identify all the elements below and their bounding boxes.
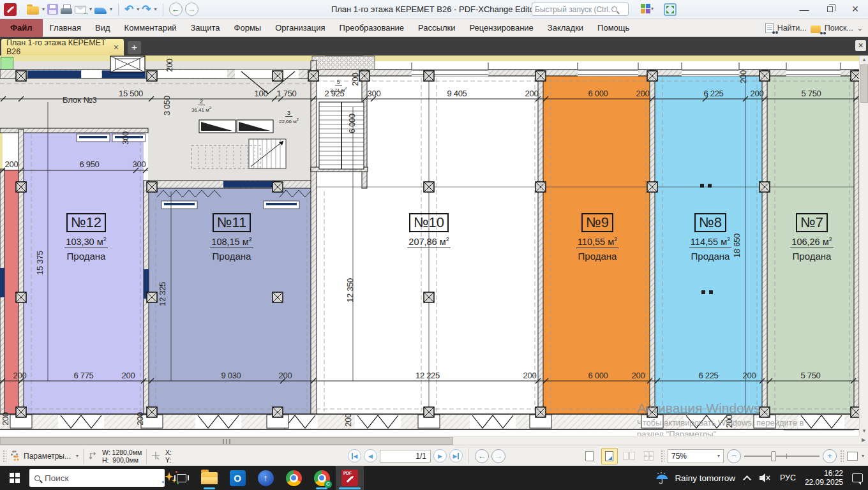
zoom-slider-thumb[interactable]: [771, 451, 776, 461]
print-icon[interactable]: [61, 4, 72, 14]
find-label[interactable]: Найти...: [777, 24, 807, 33]
menu-view[interactable]: Вид: [88, 19, 117, 37]
menu-bar: Файл Главная Вид Комментарий Защита Форм…: [0, 19, 868, 37]
two-page-view-icon[interactable]: [621, 448, 638, 464]
fullscreen-icon[interactable]: [664, 3, 677, 16]
language-indicator[interactable]: РУС: [780, 473, 796, 482]
restore-button[interactable]: [817, 0, 842, 18]
taskbar-pdf-xchange[interactable]: PDF: [336, 466, 364, 490]
menu-mailings[interactable]: Рассылки: [411, 19, 462, 37]
clock[interactable]: 16:22 22.09.2025: [805, 469, 843, 487]
unit-area: 110,55 м2: [576, 236, 618, 248]
email-dropdown-icon[interactable]: ▾: [89, 6, 92, 12]
taskbar-file-explorer[interactable]: [195, 466, 223, 490]
start-button[interactable]: [0, 466, 29, 490]
next-page-button[interactable]: ▶: [433, 449, 447, 463]
minimize-button[interactable]: —: [791, 0, 817, 18]
find-icon[interactable]: [765, 23, 774, 33]
zoom-in-button[interactable]: +: [823, 449, 837, 463]
chevron-down-icon[interactable]: ⌄: [857, 24, 863, 33]
tab-close-icon[interactable]: ×: [114, 42, 119, 52]
menu-help[interactable]: Помощь: [590, 19, 636, 37]
redo-dropdown-icon[interactable]: ▾: [154, 6, 157, 12]
menu-organize[interactable]: Организация: [268, 19, 332, 37]
scanner-dropdown-icon[interactable]: ▾: [110, 6, 112, 12]
task-view-button[interactable]: [167, 466, 195, 490]
first-page-button[interactable]: ◀: [348, 449, 361, 463]
page-size-icon: [88, 451, 98, 461]
search-docs-label[interactable]: Поиск...: [825, 24, 853, 33]
menu-forms[interactable]: Формы: [227, 19, 269, 37]
fit-page-icon[interactable]: [847, 452, 858, 461]
scroll-down-icon[interactable]: ▼: [860, 427, 868, 436]
dim-label: 5 750: [800, 371, 820, 380]
vertical-scroll-thumb[interactable]: [860, 64, 868, 103]
last-page-button[interactable]: ▶: [449, 449, 463, 463]
menu-review[interactable]: Рецензирование: [462, 19, 540, 37]
taskbar-chrome[interactable]: [280, 466, 308, 490]
redo-icon[interactable]: ↷: [142, 3, 151, 17]
menu-convert[interactable]: Преобразование: [333, 19, 412, 37]
horizontal-scroll-thumb[interactable]: [0, 437, 453, 445]
windows-activation-watermark: Активация Windows: [637, 401, 761, 416]
zoom-out-button[interactable]: −: [727, 449, 741, 463]
scroll-up-icon[interactable]: ▲: [860, 56, 868, 64]
single-page-view-icon[interactable]: [581, 448, 598, 464]
volume-muted-icon[interactable]: [759, 473, 771, 483]
document-tab[interactable]: План 1-го этажа КЕРЕМЕТ В26 ×: [1, 39, 124, 56]
horizontal-scrollbar[interactable]: [0, 436, 859, 445]
params-button[interactable]: Параметры...: [24, 452, 71, 461]
date: 22.09.2025: [805, 478, 843, 487]
scroll-right-icon[interactable]: ▶: [859, 436, 868, 445]
history-back-button[interactable]: ←: [475, 449, 489, 463]
ui-customize-icon[interactable]: [641, 4, 650, 13]
tray-chevron-icon[interactable]: [743, 475, 751, 484]
weather-widget[interactable]: Rainy tomorrow: [655, 471, 735, 485]
zoom-level-combo[interactable]: 75% ▾: [668, 449, 724, 463]
taskbar-search-input[interactable]: [45, 473, 158, 483]
zoom-dropdown-icon[interactable]: ▾: [717, 453, 720, 459]
ui-customize-dropdown-icon[interactable]: ▾: [651, 6, 654, 11]
search-docs-icon[interactable]: [811, 26, 821, 33]
document-page[interactable]: 15 500 100 1 750 2 925 300 9 405 200 6 0…: [0, 56, 859, 436]
quick-launch-search[interactable]: [532, 3, 629, 16]
menu-bookmarks[interactable]: Закладки: [541, 19, 590, 37]
dim-label: 200: [525, 89, 539, 98]
close-button[interactable]: ×: [842, 0, 868, 18]
undo-icon[interactable]: ↶: [124, 3, 133, 17]
history-forward-button[interactable]: →: [491, 449, 505, 463]
dim-label-vertical: 6 000: [347, 114, 357, 133]
previous-page-button[interactable]: ◀: [364, 449, 377, 463]
open-dropdown-icon[interactable]: ▾: [42, 6, 45, 12]
params-dropdown-icon[interactable]: ▾: [76, 453, 79, 459]
forward-icon[interactable]: →: [185, 3, 198, 16]
notification-center-icon[interactable]: [852, 473, 863, 482]
taskbar-outlook[interactable]: O: [223, 466, 251, 490]
continuous-view-icon[interactable]: [601, 448, 618, 464]
undo-dropdown-icon[interactable]: ▾: [137, 6, 139, 12]
menu-protect[interactable]: Защита: [183, 19, 227, 37]
block-label: Блок №3: [63, 95, 97, 105]
vertical-scrollbar[interactable]: ▲ ▼: [859, 56, 868, 436]
unit-area: 103,30 м2: [64, 236, 107, 248]
new-tab-button[interactable]: +: [128, 41, 141, 54]
ui-options[interactable]: ▾: [641, 4, 654, 13]
cursor-position-readout: X: Y:: [165, 449, 172, 464]
save-icon[interactable]: [47, 4, 58, 15]
taskbar-blue-app[interactable]: ↑: [251, 466, 280, 490]
email-icon[interactable]: [75, 6, 86, 13]
zoom-slider[interactable]: [744, 456, 819, 457]
back-icon[interactable]: ←: [169, 3, 183, 16]
taskbar-chrome-profile[interactable]: C: [308, 466, 336, 490]
page-number-field[interactable]: [380, 450, 431, 463]
scanner-icon[interactable]: [94, 8, 107, 14]
open-icon[interactable]: [27, 6, 39, 15]
menu-comment[interactable]: Комментарий: [117, 19, 184, 37]
menu-home[interactable]: Главная: [43, 19, 88, 37]
taskbar-search[interactable]: [29, 469, 165, 487]
tabbar-close-icon[interactable]: ×: [855, 40, 866, 51]
fit-dropdown-icon[interactable]: ▾: [862, 453, 864, 459]
grid-view-icon[interactable]: [641, 448, 657, 464]
menu-file[interactable]: Файл: [0, 19, 43, 37]
quick-launch-input[interactable]: [535, 5, 611, 14]
